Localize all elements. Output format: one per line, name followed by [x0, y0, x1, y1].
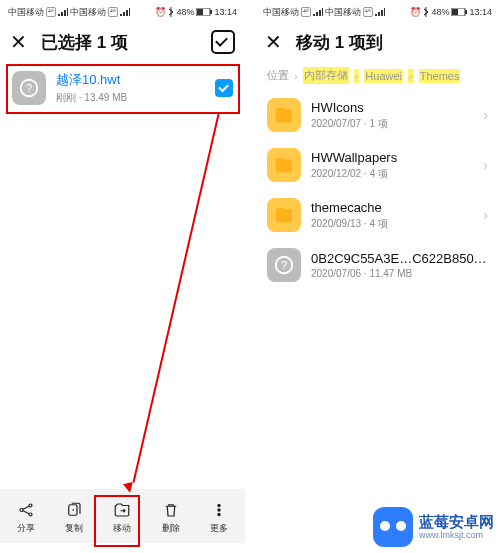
signal-icon-1: [313, 8, 323, 17]
page-title-right: 移动 1 项到: [296, 31, 490, 54]
clock: 13:14: [214, 7, 237, 17]
phone-left: 中国移动 ⁴⁶ 中国移动 ⁴⁶ ⏰ 48%: [0, 0, 245, 553]
svg-point-5: [20, 509, 23, 512]
action-share[interactable]: 分享: [3, 501, 49, 535]
row-meta: HWIcons 2020/07/07 · 1 项: [311, 100, 473, 131]
battery-pct: 48%: [176, 7, 194, 17]
status-bar: 中国移动 ⁴⁶ 中国移动 ⁴⁶ ⏰ 48%: [255, 0, 500, 21]
net-badge-1: ⁴⁶: [46, 7, 56, 17]
status-right: ⏰ 48% 13:14: [410, 7, 492, 17]
status-right: ⏰ 48% 13:14: [155, 7, 237, 17]
status-left: 中国移动 ⁴⁶ 中国移动 ⁴⁶: [8, 6, 130, 19]
phone-right: 中国移动 ⁴⁶ 中国移动 ⁴⁶ ⏰ 48%: [255, 0, 500, 553]
row-name: 0B2C9C55A3E…C622B850.hwt: [311, 251, 488, 266]
row-sub: 2020/09/13 · 4 项: [311, 217, 473, 231]
watermark-url: www.lmksjt.com: [419, 530, 494, 540]
svg-rect-13: [452, 9, 458, 15]
svg-rect-1: [197, 9, 203, 15]
row-meta: themecache 2020/09/13 · 4 项: [311, 200, 473, 231]
file-meta: 越泽10.hwt 刚刚 · 13.49 MB: [56, 71, 205, 105]
svg-text:?: ?: [26, 82, 32, 94]
watermark: 蓝莓安卓网 www.lmksjt.com: [373, 507, 494, 547]
file-icon: ?: [267, 248, 301, 282]
row-name: HWIcons: [311, 100, 473, 115]
chevron-right-icon: ›: [483, 107, 488, 123]
svg-text:?: ?: [281, 259, 287, 271]
folder-row[interactable]: HWIcons 2020/07/07 · 1 项 ›: [255, 90, 500, 140]
svg-point-7: [29, 513, 32, 516]
chevron-right-icon: ›: [483, 157, 488, 173]
crumb-internal[interactable]: 内部存储: [303, 67, 349, 84]
action-label: 删除: [162, 522, 180, 535]
carrier-2: 中国移动: [325, 6, 361, 19]
crumb-huawei[interactable]: Huawei: [364, 69, 403, 83]
row-sub: 2020/07/07 · 1 项: [311, 117, 473, 131]
svg-rect-14: [465, 10, 467, 14]
chevron-right-icon: ›: [408, 69, 414, 83]
action-label: 更多: [210, 522, 228, 535]
battery-icon: [196, 8, 212, 16]
svg-rect-2: [210, 10, 212, 14]
status-left: 中国移动 ⁴⁶ 中国移动 ⁴⁶: [263, 6, 385, 19]
row-meta: 0B2C9C55A3E…C622B850.hwt 2020/07/06 · 11…: [311, 251, 488, 279]
title-row-left: ✕ 已选择 1 项: [0, 21, 245, 63]
net-badge-1: ⁴⁶: [301, 7, 311, 17]
signal-icon-2: [120, 8, 130, 17]
checkbox-checked-icon[interactable]: [215, 79, 233, 97]
action-label: 复制: [65, 522, 83, 535]
folder-row[interactable]: themecache 2020/09/13 · 4 项 ›: [255, 190, 500, 240]
status-bar: 中国移动 ⁴⁶ 中国移动 ⁴⁶ ⏰ 48%: [0, 0, 245, 21]
page-title-left: 已选择 1 项: [41, 31, 197, 54]
folder-icon: [267, 98, 301, 132]
watermark-logo-icon: [373, 507, 413, 547]
action-label: 移动: [113, 522, 131, 535]
file-row[interactable]: ? 0B2C9C55A3E…C622B850.hwt 2020/07/06 · …: [255, 240, 500, 290]
tutorial-composite-image: 中国移动 ⁴⁶ 中国移动 ⁴⁶ ⏰ 48%: [0, 0, 500, 553]
title-row-right: ✕ 移动 1 项到: [255, 21, 500, 63]
selected-file-row[interactable]: ? 越泽10.hwt 刚刚 · 13.49 MB: [0, 63, 245, 113]
folder-icon: [267, 198, 301, 232]
battery-pct: 48%: [431, 7, 449, 17]
bluetooth-icon: [423, 7, 429, 17]
row-name: HWWallpapers: [311, 150, 473, 165]
action-label: 分享: [17, 522, 35, 535]
signal-icon-1: [58, 8, 68, 17]
bottom-action-bar: 分享 复制 移动 删除 更多: [0, 489, 245, 543]
breadcrumb: 位置 › 内部存储 › Huawei › Themes: [255, 63, 500, 90]
action-more[interactable]: 更多: [196, 501, 242, 535]
carrier-1: 中国移动: [263, 6, 299, 19]
file-sub: 刚刚 · 13.49 MB: [56, 91, 205, 105]
signal-icon-2: [375, 8, 385, 17]
close-icon[interactable]: ✕: [265, 32, 282, 52]
svg-point-10: [218, 509, 220, 511]
row-meta: HWWallpapers 2020/12/02 · 4 项: [311, 150, 473, 181]
bluetooth-icon: [168, 7, 174, 17]
alarm-icon: ⏰: [155, 7, 166, 17]
chevron-right-icon: ›: [354, 69, 360, 83]
action-delete[interactable]: 删除: [148, 501, 194, 535]
chevron-right-icon: ›: [294, 70, 298, 82]
folder-row[interactable]: HWWallpapers 2020/12/02 · 4 项 ›: [255, 140, 500, 190]
folder-icon: [267, 148, 301, 182]
crumb-themes[interactable]: Themes: [419, 69, 461, 83]
close-icon[interactable]: ✕: [10, 32, 27, 52]
action-move[interactable]: 移动: [99, 501, 145, 535]
row-name: themecache: [311, 200, 473, 215]
carrier-1: 中国移动: [8, 6, 44, 19]
net-badge-2: ⁴⁶: [363, 7, 373, 17]
action-copy[interactable]: 复制: [51, 501, 97, 535]
svg-point-6: [29, 504, 32, 507]
select-all-toggle[interactable]: [211, 30, 235, 54]
clock: 13:14: [469, 7, 492, 17]
net-badge-2: ⁴⁶: [108, 7, 118, 17]
watermark-title: 蓝莓安卓网: [419, 513, 494, 530]
alarm-icon: ⏰: [410, 7, 421, 17]
battery-icon: [451, 8, 467, 16]
carrier-2: 中国移动: [70, 6, 106, 19]
svg-point-9: [218, 504, 220, 506]
watermark-text: 蓝莓安卓网 www.lmksjt.com: [419, 513, 494, 541]
row-sub: 2020/07/06 · 11.47 MB: [311, 268, 488, 279]
file-icon: ?: [12, 71, 46, 105]
crumb-root[interactable]: 位置: [267, 68, 289, 83]
annotation-arrow-line: [133, 112, 220, 483]
